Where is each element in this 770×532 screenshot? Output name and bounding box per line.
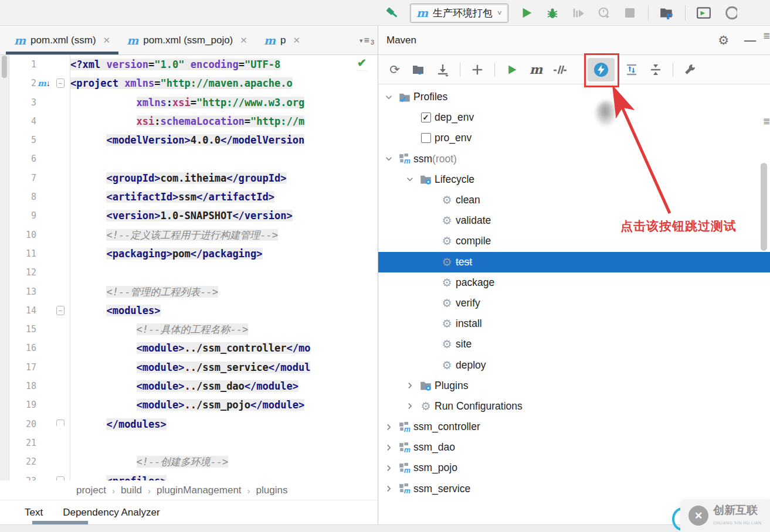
bottom-tab-dependency-analyzer[interactable]: Dependency Analyzer <box>63 507 160 519</box>
run-button[interactable] <box>519 5 534 21</box>
code-line-22[interactable]: 22 <!--创建多环境--> <box>0 452 378 471</box>
code-line-8[interactable]: 8 <artifactId>ssm</artifactId> <box>0 187 378 206</box>
tree-chevron[interactable] <box>382 93 396 101</box>
code-line-4[interactable]: 4 xsi:schemaLocation="http://m <box>0 112 378 131</box>
maven-tree-row-ssm_service[interactable]: mssm_service <box>378 479 770 499</box>
code-line-15[interactable]: 15 <!--具体的工程名称--> <box>0 320 378 339</box>
sync-partial-icon[interactable] <box>722 5 737 21</box>
maven-tree-row-profiles[interactable]: Profiles <box>378 87 770 107</box>
maven-tree-row-ssm_pojo[interactable]: mssm_pojo <box>378 458 770 478</box>
tree-chevron[interactable] <box>403 402 417 410</box>
right-stripe-icon[interactable]: ≣ <box>763 116 770 127</box>
inspections-ok-icon[interactable]: ✔﹏﹏ <box>354 56 369 73</box>
code-line-19[interactable]: 19 <module>../ssm_pojo</module> <box>0 395 378 414</box>
run-maven-build-icon[interactable] <box>505 63 519 77</box>
hidden-tabs-button[interactable]: ▾ ≡ 3 <box>359 26 374 55</box>
maven-tree-row-site[interactable]: ⚙site <box>378 334 770 354</box>
tree-chevron[interactable] <box>382 423 396 431</box>
fold-marker[interactable]: − <box>56 306 65 315</box>
tree-chevron[interactable] <box>382 485 396 493</box>
execute-maven-goal-icon[interactable]: m <box>529 63 543 77</box>
checkbox-unchecked-slot[interactable] <box>417 133 435 143</box>
code-line-7[interactable]: 7 <groupId>com.itheima</groupId> <box>0 169 378 187</box>
close-icon[interactable]: ✕ <box>103 35 111 46</box>
settings-gear-icon[interactable]: ⚙ <box>718 33 729 47</box>
debug-button[interactable] <box>545 5 560 21</box>
build-hammer-icon[interactable] <box>384 5 399 21</box>
right-stripe-icon[interactable]: ≣ <box>763 30 770 41</box>
skip-tests-button[interactable] <box>588 58 615 81</box>
maven-tree-row-deploy[interactable]: ⚙deploy <box>378 354 770 375</box>
tree-chevron[interactable] <box>403 175 417 183</box>
maven-download-gutter-icon[interactable]: m↓ <box>38 74 50 93</box>
fold-marker[interactable]: − <box>56 79 65 88</box>
breadcrumb-item-plugins[interactable]: plugins <box>256 485 288 496</box>
editor-left-scrollbar[interactable] <box>0 55 9 480</box>
maven-tree-row-lifecycle[interactable]: Lifecycle <box>378 169 770 190</box>
download-sources-icon[interactable] <box>436 63 450 77</box>
code-editor[interactable]: 1<?xml version="1.0" encoding="UTF-82m↓−… <box>0 55 378 480</box>
bottom-tab-text[interactable]: Text <box>25 507 43 519</box>
maven-tree-row-install[interactable]: ⚙install <box>378 313 770 334</box>
breadcrumb-item-build[interactable]: build <box>121 485 142 496</box>
maven-tree-row-pro_env[interactable]: pro_env <box>378 128 770 148</box>
code-line-17[interactable]: 17 <module>../ssm_service</modul <box>0 358 378 377</box>
code-line-11[interactable]: 11 <packaging>pom</packaging> <box>0 244 378 263</box>
code-line-14[interactable]: 14− <modules> <box>0 301 378 320</box>
code-line-1[interactable]: 1<?xml version="1.0" encoding="UTF-8 <box>0 55 378 74</box>
maven-tree-row-ssm_dao[interactable]: mssm_dao <box>378 437 770 458</box>
stop-button[interactable] <box>622 5 637 21</box>
code-line-3[interactable]: 3 xmlns:xsi="http://www.w3.org <box>0 93 378 112</box>
fold-marker[interactable] <box>56 420 65 429</box>
project-structure-icon[interactable] <box>659 5 674 21</box>
maven-tree-row-run-configurations[interactable]: ⚙Run Configurations <box>378 396 770 417</box>
editor-tab-pom-xml-ssm-[interactable]: mpom.xml (ssm)✕ <box>6 26 118 54</box>
maven-settings-wrench-icon[interactable] <box>683 63 697 77</box>
code-line-6[interactable]: 6 <box>0 149 378 168</box>
tree-chevron[interactable] <box>382 464 396 472</box>
reimport-refresh-icon[interactable]: ⟳ <box>388 63 402 77</box>
maven-tree-row-plugins[interactable]: Plugins <box>378 376 770 396</box>
code-line-21[interactable]: 21 <box>0 434 378 452</box>
tree-chevron[interactable] <box>382 444 396 452</box>
minimize-icon[interactable]: — <box>744 33 756 47</box>
code-line-18[interactable]: 18 <module>../ssm_dao</module> <box>0 377 378 395</box>
maven-tree-row-ssm[interactable]: mssm (root) <box>378 149 770 169</box>
collapse-all-icon[interactable] <box>649 63 663 77</box>
code-line-5[interactable]: 5 <modelVersion>4.0.0</modelVersion <box>0 131 378 149</box>
offline-mode-icon[interactable] <box>553 63 567 77</box>
code-line-10[interactable]: 10 <!--定义该工程用于进行构建管理--> <box>0 226 378 244</box>
code-line-13[interactable]: 13 <!--管理的工程列表--> <box>0 282 378 301</box>
run-with-coverage-button[interactable] <box>571 5 586 21</box>
code-line-20[interactable]: 20 </modules> <box>0 415 378 434</box>
maven-tree-row-verify[interactable]: ⚙verify <box>378 293 770 313</box>
close-icon[interactable]: ✕ <box>240 35 247 46</box>
generate-sources-folder-icon[interactable]: ⟳ <box>412 63 426 77</box>
close-icon[interactable]: ✕ <box>293 35 300 46</box>
breadcrumb-item-project[interactable]: project <box>76 485 106 496</box>
fold-marker[interactable]: − <box>56 476 65 480</box>
editor-tab-p[interactable]: mp✕ <box>256 26 304 54</box>
checkbox-checked-slot[interactable]: ✓ <box>417 112 435 122</box>
maven-tree-row-dep_env[interactable]: ✓dep_env <box>378 107 770 128</box>
code-line-2[interactable]: 2m↓−<project xmlns="http://maven.apache.… <box>0 74 378 93</box>
maven-scrollbar[interactable] <box>761 163 767 251</box>
profiler-button[interactable] <box>596 5 612 21</box>
code-line-9[interactable]: 9 <version>1.0-SNAPSHOT</version> <box>0 206 378 225</box>
code-line-12[interactable]: 12 <box>0 263 378 282</box>
maven-tree-row-package[interactable]: ⚙package <box>378 272 770 293</box>
run-configuration-select[interactable]: m 生产环境打包 ˅ <box>410 4 508 23</box>
editor-tab-pom-xml-ssm-pojo-[interactable]: mpom.xml (ssm_pojo)✕ <box>118 26 256 54</box>
expand-all-icon[interactable] <box>625 63 639 77</box>
maven-tree-row-clean[interactable]: ⚙clean <box>378 190 770 210</box>
tree-chevron[interactable] <box>382 155 396 163</box>
tree-chevron[interactable] <box>403 381 417 390</box>
add-maven-project-icon[interactable] <box>470 63 484 77</box>
maven-tree-row-ssm_controller[interactable]: mssm_controller <box>378 417 770 437</box>
run-anything-window-icon[interactable] <box>696 5 711 21</box>
code-line-16[interactable]: 16 <module>../ssm_controller</mo <box>0 339 378 357</box>
maven-tree-row-test[interactable]: ⚙test <box>378 252 770 272</box>
code-line-23[interactable]: 23− <profiles> <box>0 472 378 480</box>
main-toolbar: m 生产环境打包 ˅ <box>0 0 770 26</box>
breadcrumb-item-pluginManagement[interactable]: pluginManagement <box>157 485 242 496</box>
